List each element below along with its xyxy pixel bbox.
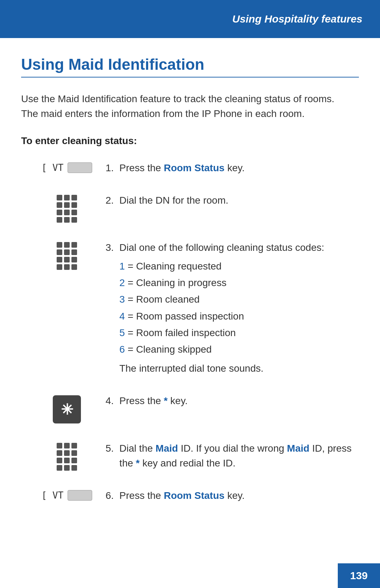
dial-tone-text: The interrupted dial tone sounds.	[119, 361, 324, 376]
step-2-number: 2.	[106, 193, 114, 208]
step-6-number: 6.	[106, 488, 114, 503]
step-3: 3. Dial one of the following cleaning st…	[28, 240, 359, 376]
step-2-icon	[28, 193, 106, 223]
step-4-icon: ✳	[28, 394, 106, 423]
main-content: Using Maid Identification Use the Maid I…	[0, 38, 380, 556]
step-5-icon	[28, 441, 106, 471]
vt-button-6	[68, 490, 92, 501]
star-inline-5: *	[136, 458, 140, 469]
step-2-text: Dial the DN for the room.	[119, 193, 228, 208]
step-4-text: Press the * key.	[119, 394, 188, 408]
section-heading: To enter cleaning status:	[21, 135, 359, 147]
step-1: [ VT 1. Press the Room Status key.	[28, 161, 359, 175]
step-1-icon: [ VT	[28, 161, 106, 173]
step-3-content: 3. Dial one of the following cleaning st…	[106, 240, 359, 376]
step-2: 2. Dial the DN for the room.	[28, 193, 359, 223]
step-4-number: 4.	[106, 394, 114, 408]
star-key-icon: ✳	[53, 395, 81, 423]
star-inline-4: *	[164, 395, 167, 406]
code-item-4: 4 = Room passed inspection	[119, 309, 324, 323]
vt-key-icon-1: [ VT	[42, 162, 93, 173]
maid-link-2: Maid	[287, 443, 310, 454]
vt-button-1	[68, 162, 92, 173]
header-title: Using Hospitality features	[232, 13, 362, 25]
page-number: 139	[350, 570, 368, 582]
step-5-content: 5. Dial the Maid ID. If you dial the wro…	[106, 441, 359, 471]
code-list: 1 = Cleaning requested 2 = Cleaning in p…	[119, 259, 324, 356]
room-status-link-6: Room Status	[164, 490, 224, 501]
intro-paragraph: Use the Maid Identification feature to t…	[21, 92, 359, 121]
step-6-content: 6. Press the Room Status key.	[106, 488, 359, 503]
maid-link-1: Maid	[156, 443, 178, 454]
step-5-number: 5.	[106, 441, 114, 456]
step-2-content: 2. Dial the DN for the room.	[106, 193, 359, 208]
page-title: Using Maid Identification	[21, 56, 359, 78]
step-1-text: Press the Room Status key.	[119, 161, 245, 175]
step-6-text: Press the Room Status key.	[119, 488, 245, 503]
code-item-3: 3 = Room cleaned	[119, 292, 324, 306]
step-5-text: Dial the Maid ID. If you dial the wrong …	[119, 441, 359, 471]
room-status-link-1: Room Status	[164, 162, 224, 173]
keypad-icon-5	[57, 443, 77, 471]
step-3-icon	[28, 240, 106, 270]
keypad-icon-3	[57, 242, 77, 270]
step-4-content: 4. Press the * key.	[106, 394, 359, 408]
step-6-icon: [ VT	[28, 488, 106, 501]
code-item-1: 1 = Cleaning requested	[119, 259, 324, 273]
step-6: [ VT 6. Press the Room Status key.	[28, 488, 359, 503]
vt-key-icon-6: [ VT	[42, 490, 93, 501]
intro-line1: Use the Maid Identification feature to t…	[21, 93, 334, 104]
keypad-icon-2	[57, 195, 77, 223]
step-3-number: 3.	[106, 240, 114, 255]
code-item-6: 6 = Cleaning skipped	[119, 342, 324, 356]
step-4: ✳ 4. Press the * key.	[28, 394, 359, 423]
step-3-text: Dial one of the following cleaning statu…	[119, 240, 324, 255]
page-footer: 139	[338, 563, 380, 588]
step-1-content: 1. Press the Room Status key.	[106, 161, 359, 175]
steps-list: [ VT 1. Press the Room Status key.	[21, 161, 359, 503]
code-item-2: 2 = Cleaning in progress	[119, 276, 324, 290]
step-1-number: 1.	[106, 161, 114, 175]
code-item-5: 5 = Room failed inspection	[119, 326, 324, 340]
step-5: 5. Dial the Maid ID. If you dial the wro…	[28, 441, 359, 471]
intro-line2: The maid enters the information from the…	[21, 108, 305, 119]
page-header: Using Hospitality features	[0, 0, 380, 38]
